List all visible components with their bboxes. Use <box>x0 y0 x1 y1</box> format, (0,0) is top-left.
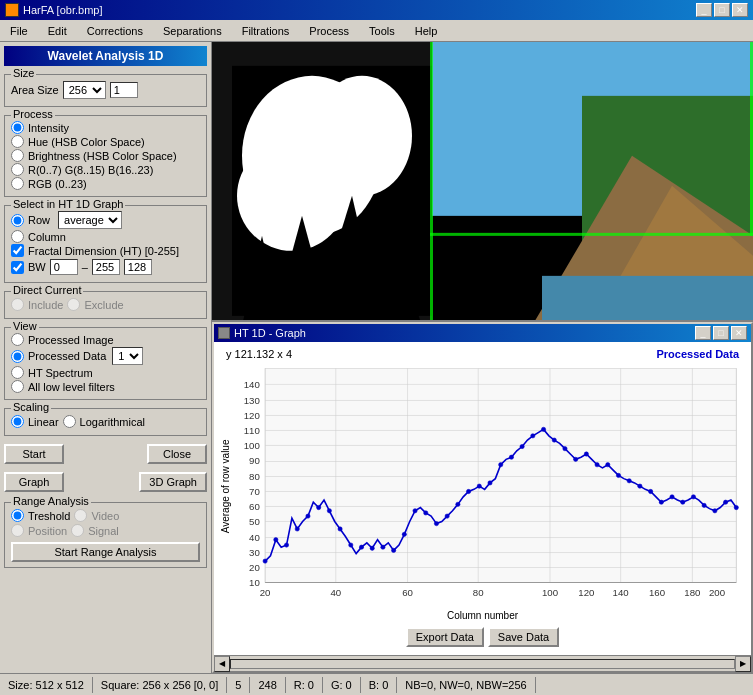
processed-data-label: Processed Data <box>28 350 106 362</box>
graph-minimize[interactable]: _ <box>695 326 711 340</box>
data-index-select[interactable]: 1 <box>112 347 143 365</box>
svg-point-109 <box>734 505 738 509</box>
select-ht-label: Select in HT 1D Graph <box>11 198 125 210</box>
radio-logarithmical[interactable] <box>63 415 76 428</box>
start-button[interactable]: Start <box>4 444 64 464</box>
radio-ht-spectrum[interactable] <box>11 366 24 379</box>
svg-text:70: 70 <box>249 485 260 496</box>
y-formula: y 121.132 x 4 <box>226 348 292 360</box>
svg-point-69 <box>306 514 310 518</box>
svg-point-77 <box>391 548 395 552</box>
svg-point-104 <box>681 500 685 504</box>
svg-point-74 <box>359 545 363 549</box>
scroll-track[interactable] <box>230 659 735 669</box>
graph-content: y 121.132 x 4 Processed Data Average of … <box>214 342 751 655</box>
start-range-button[interactable]: Start Range Analysis <box>11 542 200 562</box>
svg-point-86 <box>488 481 492 485</box>
area-size-select[interactable]: 256 64 128 512 <box>63 81 106 99</box>
menu-help[interactable]: Help <box>409 23 444 39</box>
main-image <box>212 42 753 320</box>
close-button[interactable]: ✕ <box>732 3 748 17</box>
svg-rect-5 <box>542 276 753 320</box>
svg-point-78 <box>402 532 406 536</box>
y-axis-label: Average of row value <box>218 362 233 610</box>
radio-rgb[interactable] <box>11 177 24 190</box>
svg-point-82 <box>445 514 449 518</box>
radio-brightness[interactable] <box>11 149 24 162</box>
bw-checkbox[interactable] <box>11 261 24 274</box>
svg-point-79 <box>413 508 417 512</box>
direct-current-group: Direct Current Include Exclude <box>4 291 207 319</box>
svg-text:180: 180 <box>684 587 700 598</box>
svg-point-84 <box>466 489 470 493</box>
select-ht-group: Select in HT 1D Graph Row average Column… <box>4 205 207 283</box>
minimize-button[interactable]: _ <box>696 3 712 17</box>
svg-text:60: 60 <box>402 587 413 598</box>
svg-point-103 <box>670 494 674 498</box>
status-b: B: 0 <box>361 677 398 693</box>
radio-signal[interactable] <box>71 524 84 537</box>
menu-filtrations[interactable]: Filtrations <box>236 23 296 39</box>
close-button-panel[interactable]: Close <box>147 444 207 464</box>
svg-point-81 <box>434 521 438 525</box>
bw-max-input[interactable] <box>92 259 120 275</box>
menu-edit[interactable]: Edit <box>42 23 73 39</box>
radio-treshold[interactable] <box>11 509 24 522</box>
scroll-right[interactable]: ▶ <box>735 656 751 672</box>
svg-text:80: 80 <box>473 587 484 598</box>
radio-all-filters[interactable] <box>11 380 24 393</box>
svg-point-107 <box>713 508 717 512</box>
graph-close[interactable]: ✕ <box>731 326 747 340</box>
svg-text:40: 40 <box>330 587 341 598</box>
radio-rgb-split[interactable] <box>11 163 24 176</box>
radio-video[interactable] <box>74 509 87 522</box>
radio-include[interactable] <box>11 298 24 311</box>
graph-button[interactable]: Graph <box>4 472 64 492</box>
intensity-label: Intensity <box>28 122 69 134</box>
bw-min-input[interactable] <box>50 259 78 275</box>
window-title: HarFA [obr.bmp] <box>23 4 102 16</box>
average-select[interactable]: average <box>58 211 122 229</box>
svg-point-72 <box>338 527 342 531</box>
radio-column[interactable] <box>11 230 24 243</box>
status-r: R: 0 <box>286 677 323 693</box>
size-second-input[interactable] <box>110 82 138 98</box>
svg-text:20: 20 <box>249 561 260 572</box>
menu-process[interactable]: Process <box>303 23 355 39</box>
svg-point-87 <box>499 462 503 466</box>
export-data-button[interactable]: Export Data <box>406 627 484 647</box>
radio-processed-data[interactable] <box>11 350 24 363</box>
svg-rect-14 <box>430 42 433 320</box>
svg-point-66 <box>274 537 278 541</box>
svg-point-99 <box>627 478 631 482</box>
radio-hue[interactable] <box>11 135 24 148</box>
menu-tools[interactable]: Tools <box>363 23 401 39</box>
size-group: Size Area Size 256 64 128 512 <box>4 74 207 107</box>
radio-processed-image[interactable] <box>11 333 24 346</box>
radio-row[interactable] <box>11 214 24 227</box>
menu-file[interactable]: File <box>4 23 34 39</box>
window-controls[interactable]: _ □ ✕ <box>696 3 748 17</box>
maximize-button[interactable]: □ <box>714 3 730 17</box>
scroll-left[interactable]: ◀ <box>214 656 230 672</box>
menu-corrections[interactable]: Corrections <box>81 23 149 39</box>
graph3d-button[interactable]: 3D Graph <box>139 472 207 492</box>
menu-separations[interactable]: Separations <box>157 23 228 39</box>
scaling-label: Scaling <box>11 401 51 413</box>
radio-linear[interactable] <box>11 415 24 428</box>
radio-intensity[interactable] <box>11 121 24 134</box>
svg-point-89 <box>520 444 524 448</box>
horizontal-scrollbar[interactable]: ◀ ▶ <box>214 655 751 671</box>
fractal-checkbox[interactable] <box>11 244 24 257</box>
radio-exclude[interactable] <box>67 298 80 311</box>
bw-val-input[interactable] <box>124 259 152 275</box>
graph-maximize[interactable]: □ <box>713 326 729 340</box>
save-data-button[interactable]: Save Data <box>488 627 559 647</box>
radio-position[interactable] <box>11 524 24 537</box>
svg-text:120: 120 <box>578 587 594 598</box>
svg-point-94 <box>574 457 578 461</box>
include-label: Include <box>28 299 63 311</box>
exclude-label: Exclude <box>84 299 123 311</box>
process-group: Process Intensity Hue (HSB Color Space) … <box>4 115 207 197</box>
status-val5: 5 <box>227 677 250 693</box>
